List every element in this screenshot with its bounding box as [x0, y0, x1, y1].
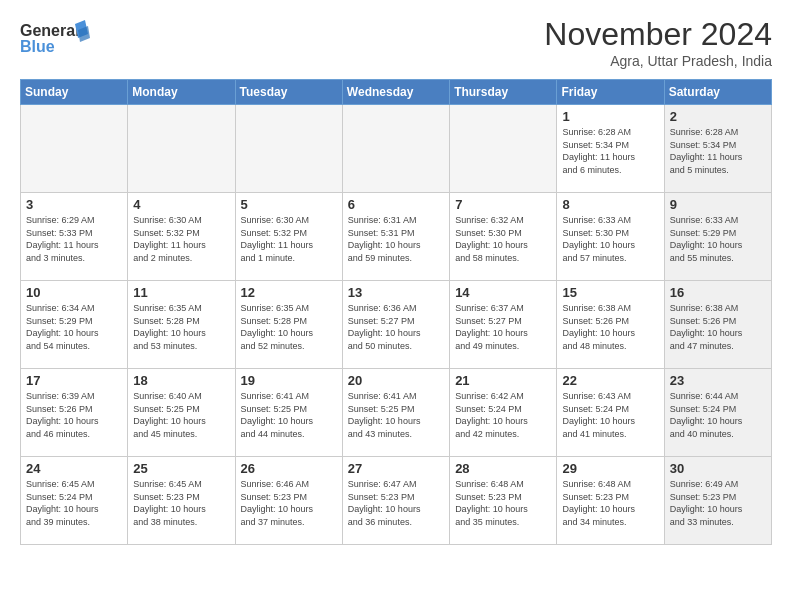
- location: Agra, Uttar Pradesh, India: [544, 53, 772, 69]
- calendar-day: 30Sunrise: 6:49 AMSunset: 5:23 PMDayligh…: [664, 457, 771, 545]
- calendar-day: 11Sunrise: 6:35 AMSunset: 5:28 PMDayligh…: [128, 281, 235, 369]
- calendar-week-1: 1Sunrise: 6:28 AMSunset: 5:34 PMDaylight…: [21, 105, 772, 193]
- day-info: Sunrise: 6:44 AMSunset: 5:24 PMDaylight:…: [670, 390, 766, 440]
- calendar-day: 10Sunrise: 6:34 AMSunset: 5:29 PMDayligh…: [21, 281, 128, 369]
- day-number: 8: [562, 197, 658, 212]
- day-number: 16: [670, 285, 766, 300]
- day-info: Sunrise: 6:45 AMSunset: 5:23 PMDaylight:…: [133, 478, 229, 528]
- calendar-day: 1Sunrise: 6:28 AMSunset: 5:34 PMDaylight…: [557, 105, 664, 193]
- day-number: 7: [455, 197, 551, 212]
- calendar-day: 18Sunrise: 6:40 AMSunset: 5:25 PMDayligh…: [128, 369, 235, 457]
- calendar-day: [128, 105, 235, 193]
- calendar-day: 16Sunrise: 6:38 AMSunset: 5:26 PMDayligh…: [664, 281, 771, 369]
- day-info: Sunrise: 6:39 AMSunset: 5:26 PMDaylight:…: [26, 390, 122, 440]
- day-info: Sunrise: 6:30 AMSunset: 5:32 PMDaylight:…: [133, 214, 229, 264]
- weekday-header-saturday: Saturday: [664, 80, 771, 105]
- calendar-day: 3Sunrise: 6:29 AMSunset: 5:33 PMDaylight…: [21, 193, 128, 281]
- day-info: Sunrise: 6:49 AMSunset: 5:23 PMDaylight:…: [670, 478, 766, 528]
- day-number: 2: [670, 109, 766, 124]
- day-number: 6: [348, 197, 444, 212]
- calendar-day: 28Sunrise: 6:48 AMSunset: 5:23 PMDayligh…: [450, 457, 557, 545]
- calendar-week-2: 3Sunrise: 6:29 AMSunset: 5:33 PMDaylight…: [21, 193, 772, 281]
- calendar-day: 25Sunrise: 6:45 AMSunset: 5:23 PMDayligh…: [128, 457, 235, 545]
- calendar-day: 13Sunrise: 6:36 AMSunset: 5:27 PMDayligh…: [342, 281, 449, 369]
- day-info: Sunrise: 6:43 AMSunset: 5:24 PMDaylight:…: [562, 390, 658, 440]
- calendar-day: 20Sunrise: 6:41 AMSunset: 5:25 PMDayligh…: [342, 369, 449, 457]
- day-number: 15: [562, 285, 658, 300]
- day-number: 30: [670, 461, 766, 476]
- day-info: Sunrise: 6:37 AMSunset: 5:27 PMDaylight:…: [455, 302, 551, 352]
- weekday-header-row: SundayMondayTuesdayWednesdayThursdayFrid…: [21, 80, 772, 105]
- calendar-week-4: 17Sunrise: 6:39 AMSunset: 5:26 PMDayligh…: [21, 369, 772, 457]
- day-number: 28: [455, 461, 551, 476]
- calendar-day: 14Sunrise: 6:37 AMSunset: 5:27 PMDayligh…: [450, 281, 557, 369]
- calendar-day: 24Sunrise: 6:45 AMSunset: 5:24 PMDayligh…: [21, 457, 128, 545]
- calendar-table: SundayMondayTuesdayWednesdayThursdayFrid…: [20, 79, 772, 545]
- day-number: 20: [348, 373, 444, 388]
- day-number: 17: [26, 373, 122, 388]
- day-number: 1: [562, 109, 658, 124]
- calendar-day: 8Sunrise: 6:33 AMSunset: 5:30 PMDaylight…: [557, 193, 664, 281]
- day-number: 4: [133, 197, 229, 212]
- calendar-day: [342, 105, 449, 193]
- day-number: 13: [348, 285, 444, 300]
- calendar-day: 9Sunrise: 6:33 AMSunset: 5:29 PMDaylight…: [664, 193, 771, 281]
- calendar-day: 22Sunrise: 6:43 AMSunset: 5:24 PMDayligh…: [557, 369, 664, 457]
- calendar-week-3: 10Sunrise: 6:34 AMSunset: 5:29 PMDayligh…: [21, 281, 772, 369]
- day-number: 21: [455, 373, 551, 388]
- day-info: Sunrise: 6:41 AMSunset: 5:25 PMDaylight:…: [241, 390, 337, 440]
- day-info: Sunrise: 6:31 AMSunset: 5:31 PMDaylight:…: [348, 214, 444, 264]
- day-number: 26: [241, 461, 337, 476]
- day-number: 23: [670, 373, 766, 388]
- calendar-day: 12Sunrise: 6:35 AMSunset: 5:28 PMDayligh…: [235, 281, 342, 369]
- day-info: Sunrise: 6:36 AMSunset: 5:27 PMDaylight:…: [348, 302, 444, 352]
- day-info: Sunrise: 6:28 AMSunset: 5:34 PMDaylight:…: [670, 126, 766, 176]
- weekday-header-friday: Friday: [557, 80, 664, 105]
- day-info: Sunrise: 6:40 AMSunset: 5:25 PMDaylight:…: [133, 390, 229, 440]
- day-number: 5: [241, 197, 337, 212]
- day-info: Sunrise: 6:34 AMSunset: 5:29 PMDaylight:…: [26, 302, 122, 352]
- logo: General Blue: [20, 16, 90, 56]
- day-info: Sunrise: 6:45 AMSunset: 5:24 PMDaylight:…: [26, 478, 122, 528]
- calendar-day: 27Sunrise: 6:47 AMSunset: 5:23 PMDayligh…: [342, 457, 449, 545]
- weekday-header-thursday: Thursday: [450, 80, 557, 105]
- day-number: 25: [133, 461, 229, 476]
- day-info: Sunrise: 6:32 AMSunset: 5:30 PMDaylight:…: [455, 214, 551, 264]
- weekday-header-wednesday: Wednesday: [342, 80, 449, 105]
- day-info: Sunrise: 6:41 AMSunset: 5:25 PMDaylight:…: [348, 390, 444, 440]
- header: General Blue November 2024 Agra, Uttar P…: [20, 16, 772, 69]
- day-number: 22: [562, 373, 658, 388]
- calendar-day: 4Sunrise: 6:30 AMSunset: 5:32 PMDaylight…: [128, 193, 235, 281]
- day-info: Sunrise: 6:48 AMSunset: 5:23 PMDaylight:…: [562, 478, 658, 528]
- calendar-week-5: 24Sunrise: 6:45 AMSunset: 5:24 PMDayligh…: [21, 457, 772, 545]
- day-number: 3: [26, 197, 122, 212]
- logo-icon: General Blue: [20, 16, 90, 56]
- calendar-day: [450, 105, 557, 193]
- day-number: 14: [455, 285, 551, 300]
- calendar-day: 17Sunrise: 6:39 AMSunset: 5:26 PMDayligh…: [21, 369, 128, 457]
- day-number: 11: [133, 285, 229, 300]
- day-info: Sunrise: 6:42 AMSunset: 5:24 PMDaylight:…: [455, 390, 551, 440]
- weekday-header-monday: Monday: [128, 80, 235, 105]
- day-number: 12: [241, 285, 337, 300]
- calendar-day: 29Sunrise: 6:48 AMSunset: 5:23 PMDayligh…: [557, 457, 664, 545]
- day-info: Sunrise: 6:28 AMSunset: 5:34 PMDaylight:…: [562, 126, 658, 176]
- day-info: Sunrise: 6:38 AMSunset: 5:26 PMDaylight:…: [670, 302, 766, 352]
- month-title: November 2024: [544, 16, 772, 53]
- calendar-day: [21, 105, 128, 193]
- calendar-day: 15Sunrise: 6:38 AMSunset: 5:26 PMDayligh…: [557, 281, 664, 369]
- day-info: Sunrise: 6:46 AMSunset: 5:23 PMDaylight:…: [241, 478, 337, 528]
- day-info: Sunrise: 6:38 AMSunset: 5:26 PMDaylight:…: [562, 302, 658, 352]
- day-info: Sunrise: 6:33 AMSunset: 5:30 PMDaylight:…: [562, 214, 658, 264]
- day-number: 19: [241, 373, 337, 388]
- calendar-day: 5Sunrise: 6:30 AMSunset: 5:32 PMDaylight…: [235, 193, 342, 281]
- svg-text:General: General: [20, 22, 80, 39]
- svg-text:Blue: Blue: [20, 38, 55, 55]
- calendar-day: 2Sunrise: 6:28 AMSunset: 5:34 PMDaylight…: [664, 105, 771, 193]
- title-block: November 2024 Agra, Uttar Pradesh, India: [544, 16, 772, 69]
- day-info: Sunrise: 6:47 AMSunset: 5:23 PMDaylight:…: [348, 478, 444, 528]
- calendar-day: 21Sunrise: 6:42 AMSunset: 5:24 PMDayligh…: [450, 369, 557, 457]
- day-number: 29: [562, 461, 658, 476]
- day-number: 18: [133, 373, 229, 388]
- day-info: Sunrise: 6:30 AMSunset: 5:32 PMDaylight:…: [241, 214, 337, 264]
